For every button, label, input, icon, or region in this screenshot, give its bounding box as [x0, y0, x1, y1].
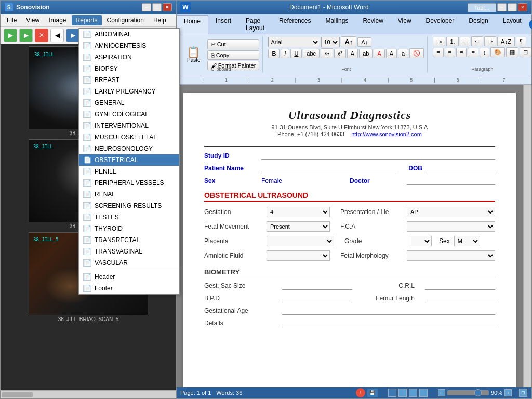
shrink-font-button[interactable]: A↓ — [357, 37, 371, 47]
reports-item-gynecological[interactable]: 📄 GYNECOLOGICAL — [79, 109, 179, 120]
subscript-button[interactable]: x₂ — [321, 48, 333, 58]
bpd-field[interactable] — [282, 294, 352, 302]
reports-item-aspiration[interactable]: 📄 ASPIRATION — [79, 51, 179, 63]
font-color-button[interactable]: A — [374, 49, 384, 58]
view-mode-4[interactable] — [419, 389, 428, 397]
toolbar-play-button[interactable]: ▶ — [19, 29, 33, 42]
reports-item-transvaginal[interactable]: 📄 TRANSVAGINAL — [79, 246, 179, 257]
tab-insert[interactable]: Insert — [208, 15, 238, 34]
cut-button[interactable]: ✂ Cut — [207, 39, 260, 49]
details-field[interactable] — [282, 319, 495, 327]
underline-button[interactable]: U — [290, 49, 302, 58]
doctor-field[interactable] — [407, 177, 495, 185]
reports-item-transrectal[interactable]: 📄 TRANSRECTAL — [79, 234, 179, 246]
help-button[interactable]: ? — [529, 20, 532, 29]
error-icon[interactable]: ! — [356, 388, 365, 397]
paste-button[interactable]: 📋 Paste — [182, 44, 205, 65]
reports-item-abdominal[interactable]: 📄 ABDOMINAL — [79, 29, 179, 40]
justify-button[interactable]: ≡ — [468, 48, 478, 57]
tab-page-layout[interactable]: Page Layout — [238, 15, 272, 34]
line-spacing-button[interactable]: ↕ — [480, 48, 490, 57]
gest-age-field[interactable] — [282, 307, 495, 315]
toolbar-forward-button[interactable]: ▶ — [66, 29, 79, 42]
tab-home[interactable]: Home — [176, 15, 208, 34]
reports-item-breast[interactable]: 📄 BREAST — [79, 74, 179, 86]
toolbar-go-button[interactable]: ▶ — [4, 29, 17, 42]
word-minimize[interactable]: ─ — [497, 3, 507, 11]
sex-obs-select[interactable]: M — [454, 236, 480, 246]
clear-format-button[interactable]: 🚫 — [409, 48, 424, 58]
reports-item-amniocentesis[interactable]: 📄 AMNIOCENTESIS — [79, 40, 179, 51]
menu-file[interactable]: File — [3, 15, 21, 25]
femur-field[interactable] — [425, 294, 495, 302]
crl-field[interactable] — [425, 282, 495, 290]
toolbar-stop-button[interactable]: ✕ — [35, 29, 48, 42]
reports-item-penile[interactable]: 📄 PENILE — [79, 166, 179, 177]
zoom-in-button[interactable]: + — [504, 389, 512, 396]
reports-item-interventional[interactable]: 📄 INTERVENTIONAL — [79, 120, 179, 131]
borders-button[interactable]: ▦ — [506, 47, 518, 57]
reports-item-vascular[interactable]: 📄 VASCULAR — [79, 257, 179, 269]
shading-button[interactable]: 🎨 — [490, 47, 505, 57]
bold-button[interactable]: B — [268, 49, 280, 58]
view-mode-1[interactable] — [388, 389, 396, 397]
amniotic-select[interactable] — [267, 250, 330, 261]
menu-configuration[interactable]: Configuration — [103, 15, 148, 25]
reports-item-footer[interactable]: 📄 Footer — [79, 283, 179, 294]
toolbar-back-button[interactable]: ◀ — [50, 29, 64, 42]
sort-button[interactable]: A↕Z — [497, 37, 515, 46]
tab-references[interactable]: References — [272, 15, 318, 34]
document-scroll-area[interactable]: Ultrasound Diagnostics 91-31 Queens Blvd… — [176, 85, 523, 387]
grade-select[interactable] — [411, 236, 432, 246]
tab-design[interactable]: Design — [461, 15, 495, 34]
menu-help[interactable]: Help — [149, 15, 170, 25]
tab-review[interactable]: Review — [355, 15, 390, 34]
reports-item-renal[interactable]: 📄 RENAL — [79, 189, 179, 200]
maximize-button[interactable]: □ — [152, 3, 162, 11]
copy-button[interactable]: ⎘ Copy — [207, 50, 260, 60]
fca-select[interactable] — [407, 221, 495, 232]
close-button[interactable]: ✕ — [163, 3, 172, 11]
columns-button[interactable]: ⊟ — [520, 47, 531, 57]
reports-item-peripheral-vessels[interactable]: 📄 PERIPHERAL VESSELS — [79, 177, 179, 189]
italic-button[interactable]: I — [281, 49, 289, 58]
zoom-out-button[interactable]: − — [438, 389, 445, 396]
placenta-select[interactable] — [267, 236, 334, 246]
reports-item-musculoskeletal[interactable]: 📄 MUSCULOSKELETAL — [79, 131, 179, 143]
study-id-field[interactable] — [261, 152, 495, 160]
word-close[interactable]: ✕ — [518, 3, 527, 11]
strikethrough-button[interactable]: abc — [303, 49, 320, 58]
align-center-button[interactable]: ≡ — [445, 48, 455, 57]
menu-reports[interactable]: Reports — [72, 15, 102, 25]
dob-field[interactable] — [428, 164, 495, 172]
bullets-button[interactable]: ≡• — [433, 37, 445, 46]
superscript-button[interactable]: x² — [334, 49, 346, 58]
fit-page-button[interactable]: ⊡ — [519, 389, 527, 397]
patient-name-field[interactable] — [261, 164, 396, 172]
view-mode-3[interactable] — [409, 389, 417, 397]
gestation-select[interactable]: 4 — [267, 207, 330, 217]
horizontal-scrollbar[interactable] — [1, 390, 176, 398]
reports-item-general[interactable]: 📄 GENERAL — [79, 97, 179, 109]
view-mode-2[interactable] — [398, 389, 407, 397]
presentation-select[interactable]: AP — [407, 207, 495, 217]
multilevel-button[interactable]: ≡ — [460, 37, 470, 46]
tab-developer[interactable]: Developer — [419, 15, 462, 34]
align-left-button[interactable]: ≡ — [433, 48, 443, 57]
word-tab[interactable]: Tabl... — [468, 3, 496, 12]
text-effects-button[interactable]: A — [347, 49, 358, 58]
fetal-movement-select[interactable]: Present — [267, 221, 330, 232]
font-size-up-button[interactable]: A — [386, 49, 397, 58]
reports-item-obstetrical[interactable]: 📄 OBSTETRICAL — [79, 154, 179, 166]
gest-sac-field[interactable] — [282, 282, 352, 290]
font-size-dn-button[interactable]: a — [398, 49, 408, 58]
increase-indent-button[interactable]: ⇒ — [484, 36, 496, 46]
zoom-slider[interactable] — [447, 390, 489, 395]
show-formatting-button[interactable]: ¶ — [516, 37, 526, 46]
vertical-scrollbar[interactable] — [523, 85, 531, 387]
reports-item-header[interactable]: 📄 Header — [79, 271, 179, 283]
tab-layout[interactable]: Layout — [496, 15, 529, 34]
highlight-button[interactable]: ab — [359, 49, 373, 58]
reports-item-thyroid[interactable]: 📄 THYROID — [79, 223, 179, 234]
reports-item-biopsy[interactable]: 📄 BIOPSY — [79, 63, 179, 74]
